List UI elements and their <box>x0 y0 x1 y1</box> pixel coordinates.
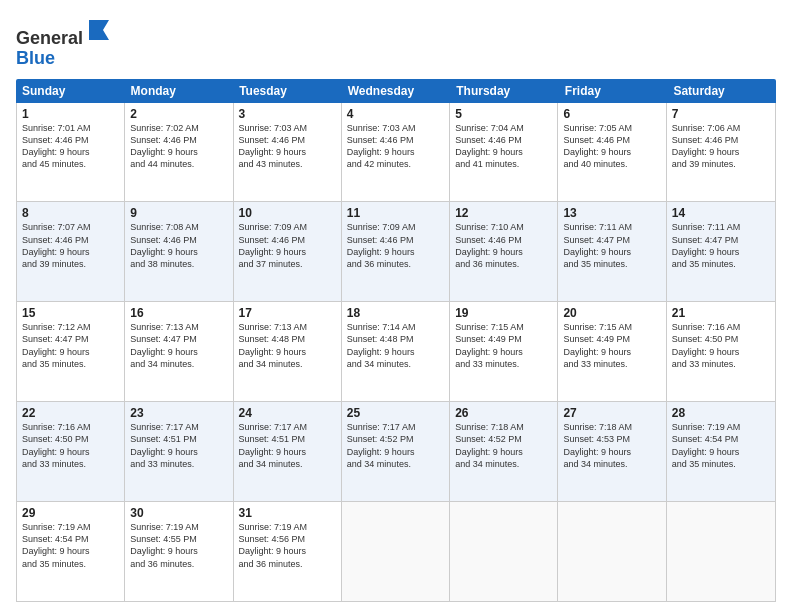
cell-line: and 34 minutes. <box>455 458 552 470</box>
day-number: 14 <box>672 206 770 220</box>
cell-line: Sunset: 4:49 PM <box>563 333 660 345</box>
cell-line: Sunrise: 7:03 AM <box>347 122 444 134</box>
cell-line: Sunrise: 7:17 AM <box>130 421 227 433</box>
cell-line: Sunrise: 7:19 AM <box>672 421 770 433</box>
cell-line: Sunrise: 7:15 AM <box>563 321 660 333</box>
cell-line: Daylight: 9 hours <box>239 146 336 158</box>
cell-line: Daylight: 9 hours <box>347 446 444 458</box>
cell-line: Daylight: 9 hours <box>22 446 119 458</box>
cell-line: Daylight: 9 hours <box>672 446 770 458</box>
cell-line: Sunset: 4:46 PM <box>455 134 552 146</box>
cell-line: and 34 minutes. <box>563 458 660 470</box>
header-day-sunday: Sunday <box>16 79 125 103</box>
cell-line: Sunrise: 7:16 AM <box>22 421 119 433</box>
cell-line: Sunset: 4:46 PM <box>22 134 119 146</box>
cell-line: Daylight: 9 hours <box>563 246 660 258</box>
cell-line: and 33 minutes. <box>563 358 660 370</box>
cell-line: Sunrise: 7:19 AM <box>239 521 336 533</box>
calendar-cell-29: 29Sunrise: 7:19 AMSunset: 4:54 PMDayligh… <box>17 502 125 601</box>
cell-line: Sunset: 4:47 PM <box>563 234 660 246</box>
cell-line: Daylight: 9 hours <box>347 246 444 258</box>
calendar-cell-22: 22Sunrise: 7:16 AMSunset: 4:50 PMDayligh… <box>17 402 125 501</box>
page-header: General Blue <box>16 16 776 69</box>
cell-line: Sunset: 4:50 PM <box>22 433 119 445</box>
cell-line: Sunset: 4:46 PM <box>563 134 660 146</box>
day-number: 21 <box>672 306 770 320</box>
day-number: 6 <box>563 107 660 121</box>
calendar-cell-28: 28Sunrise: 7:19 AMSunset: 4:54 PMDayligh… <box>667 402 775 501</box>
header-day-monday: Monday <box>125 79 234 103</box>
cell-line: and 43 minutes. <box>239 158 336 170</box>
cell-line: Daylight: 9 hours <box>347 146 444 158</box>
day-number: 10 <box>239 206 336 220</box>
cell-line: Sunrise: 7:15 AM <box>455 321 552 333</box>
cell-line: and 33 minutes. <box>130 458 227 470</box>
day-number: 11 <box>347 206 444 220</box>
cell-line: Sunrise: 7:06 AM <box>672 122 770 134</box>
cell-line: Sunset: 4:46 PM <box>130 234 227 246</box>
cell-line: Sunrise: 7:03 AM <box>239 122 336 134</box>
calendar-cell-26: 26Sunrise: 7:18 AMSunset: 4:52 PMDayligh… <box>450 402 558 501</box>
cell-line: Sunset: 4:46 PM <box>347 234 444 246</box>
calendar-row-2: 15Sunrise: 7:12 AMSunset: 4:47 PMDayligh… <box>17 302 775 402</box>
cell-line: Daylight: 9 hours <box>672 346 770 358</box>
logo-general: General <box>16 28 83 48</box>
cell-line: Daylight: 9 hours <box>347 346 444 358</box>
cell-line: Sunrise: 7:12 AM <box>22 321 119 333</box>
cell-line: and 45 minutes. <box>22 158 119 170</box>
cell-line: Daylight: 9 hours <box>130 346 227 358</box>
cell-line: Daylight: 9 hours <box>239 246 336 258</box>
calendar-cell-empty-4-5 <box>558 502 666 601</box>
cell-line: Sunrise: 7:11 AM <box>563 221 660 233</box>
header-day-friday: Friday <box>559 79 668 103</box>
cell-line: Daylight: 9 hours <box>22 346 119 358</box>
calendar-row-3: 22Sunrise: 7:16 AMSunset: 4:50 PMDayligh… <box>17 402 775 502</box>
calendar-cell-23: 23Sunrise: 7:17 AMSunset: 4:51 PMDayligh… <box>125 402 233 501</box>
cell-line: Daylight: 9 hours <box>239 545 336 557</box>
cell-line: Sunset: 4:47 PM <box>130 333 227 345</box>
logo-text: General <box>16 16 113 49</box>
cell-line: Sunset: 4:49 PM <box>455 333 552 345</box>
cell-line: Sunrise: 7:04 AM <box>455 122 552 134</box>
day-number: 22 <box>22 406 119 420</box>
day-number: 31 <box>239 506 336 520</box>
day-number: 3 <box>239 107 336 121</box>
cell-line: Daylight: 9 hours <box>130 545 227 557</box>
calendar-cell-13: 13Sunrise: 7:11 AMSunset: 4:47 PMDayligh… <box>558 202 666 301</box>
calendar-cell-21: 21Sunrise: 7:16 AMSunset: 4:50 PMDayligh… <box>667 302 775 401</box>
day-number: 4 <box>347 107 444 121</box>
cell-line: and 34 minutes. <box>347 358 444 370</box>
cell-line: and 39 minutes. <box>22 258 119 270</box>
day-number: 23 <box>130 406 227 420</box>
cell-line: and 33 minutes. <box>455 358 552 370</box>
cell-line: Sunrise: 7:14 AM <box>347 321 444 333</box>
cell-line: Daylight: 9 hours <box>455 246 552 258</box>
cell-line: Sunrise: 7:11 AM <box>672 221 770 233</box>
calendar-cell-7: 7Sunrise: 7:06 AMSunset: 4:46 PMDaylight… <box>667 103 775 202</box>
cell-line: and 33 minutes. <box>672 358 770 370</box>
calendar-header: SundayMondayTuesdayWednesdayThursdayFrid… <box>16 79 776 103</box>
cell-line: Daylight: 9 hours <box>455 146 552 158</box>
cell-line: Sunrise: 7:17 AM <box>347 421 444 433</box>
cell-line: and 40 minutes. <box>563 158 660 170</box>
day-number: 7 <box>672 107 770 121</box>
cell-line: Sunset: 4:46 PM <box>455 234 552 246</box>
cell-line: Sunset: 4:55 PM <box>130 533 227 545</box>
cell-line: Daylight: 9 hours <box>455 446 552 458</box>
header-day-tuesday: Tuesday <box>233 79 342 103</box>
cell-line: Sunrise: 7:08 AM <box>130 221 227 233</box>
day-number: 20 <box>563 306 660 320</box>
cell-line: Sunrise: 7:13 AM <box>239 321 336 333</box>
calendar-cell-8: 8Sunrise: 7:07 AMSunset: 4:46 PMDaylight… <box>17 202 125 301</box>
cell-line: Sunset: 4:51 PM <box>130 433 227 445</box>
calendar-cell-5: 5Sunrise: 7:04 AMSunset: 4:46 PMDaylight… <box>450 103 558 202</box>
calendar-cell-12: 12Sunrise: 7:10 AMSunset: 4:46 PMDayligh… <box>450 202 558 301</box>
calendar-cell-24: 24Sunrise: 7:17 AMSunset: 4:51 PMDayligh… <box>234 402 342 501</box>
day-number: 15 <box>22 306 119 320</box>
calendar-cell-20: 20Sunrise: 7:15 AMSunset: 4:49 PMDayligh… <box>558 302 666 401</box>
calendar-cell-11: 11Sunrise: 7:09 AMSunset: 4:46 PMDayligh… <box>342 202 450 301</box>
cell-line: Daylight: 9 hours <box>563 146 660 158</box>
cell-line: Sunset: 4:46 PM <box>672 134 770 146</box>
cell-line: Sunrise: 7:18 AM <box>455 421 552 433</box>
calendar-cell-4: 4Sunrise: 7:03 AMSunset: 4:46 PMDaylight… <box>342 103 450 202</box>
